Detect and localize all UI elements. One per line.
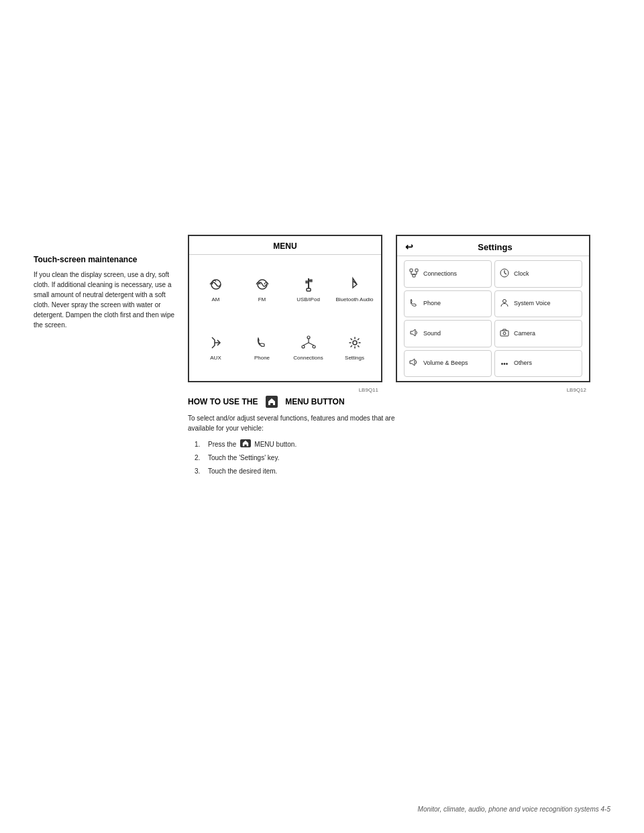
fm-icon xyxy=(250,275,274,294)
menu-item-usb[interactable]: USB/iPod xyxy=(287,262,329,316)
svg-rect-18 xyxy=(413,274,415,277)
settings-screen: ↩ Settings xyxy=(396,235,590,382)
svg-point-15 xyxy=(353,341,357,345)
maintenance-body: If you clean the display screen, use a d… xyxy=(34,270,181,330)
step-3: 3. Touch the desired item. xyxy=(195,465,396,478)
settings-phone[interactable]: Phone xyxy=(404,290,492,318)
settings-phone-icon xyxy=(409,298,419,309)
page: Touch-screen maintenance If you clean th… xyxy=(0,0,644,833)
settings-header: ↩ Settings xyxy=(397,236,589,256)
settings-clock-icon xyxy=(499,268,510,280)
settings-camera[interactable]: Camera xyxy=(494,320,582,347)
how-to-title-suffix: MENU BUTTON xyxy=(285,397,344,406)
phone-menu-label: Phone xyxy=(254,355,270,362)
step-2: 2. Touch the 'Settings' key. xyxy=(195,452,396,464)
settings-connections-label: Connections xyxy=(423,270,457,278)
menu-item-am[interactable]: AM xyxy=(195,262,237,316)
settings-volume-icon xyxy=(409,357,419,369)
how-to-title-prefix: HOW TO USE THE xyxy=(188,397,258,406)
menu-item-fm[interactable]: FM xyxy=(241,262,283,316)
svg-point-10 xyxy=(302,345,305,348)
usb-icon xyxy=(297,275,321,294)
svg-line-14 xyxy=(309,343,314,345)
settings-clock[interactable]: Clock xyxy=(494,260,582,288)
svg-point-9 xyxy=(307,336,310,339)
how-to-steps: 1. Press the MENU button. 2. Touch the '… xyxy=(188,439,396,478)
svg-line-25 xyxy=(504,273,506,274)
settings-connections[interactable]: Connections xyxy=(404,260,492,288)
settings-system-voice[interactable]: System Voice xyxy=(494,290,582,318)
step-1-num: 1. xyxy=(195,439,204,451)
settings-phone-label: Phone xyxy=(423,300,441,307)
step-2-text: Touch the 'Settings' key. xyxy=(208,452,279,464)
svg-point-28 xyxy=(503,332,506,335)
connections-icon xyxy=(297,333,321,352)
settings-icon xyxy=(343,333,367,352)
settings-camera-icon xyxy=(499,328,510,339)
step-3-num: 3. xyxy=(195,465,204,478)
settings-camera-label: Camera xyxy=(514,330,535,337)
menu-item-aux[interactable]: AUX xyxy=(195,320,237,374)
settings-volume-label: Volume & Beeps xyxy=(423,359,468,367)
settings-menu-label: Settings xyxy=(345,355,364,362)
settings-back-button[interactable]: ↩ xyxy=(405,241,413,252)
settings-grid: Connections Clock xyxy=(397,256,589,381)
svg-rect-27 xyxy=(500,331,508,336)
svg-point-26 xyxy=(503,300,506,303)
step-1-text: Press the MENU button. xyxy=(208,439,297,451)
menu-item-connections[interactable]: Connections xyxy=(287,320,329,374)
home-icon xyxy=(266,396,278,408)
settings-sound-icon xyxy=(409,328,419,339)
settings-others[interactable]: ••• Others xyxy=(494,350,582,378)
settings-volume-beeps[interactable]: Volume & Beeps xyxy=(404,350,492,378)
menu-item-phone[interactable]: Phone xyxy=(241,320,283,374)
settings-system-voice-label: System Voice xyxy=(514,300,551,307)
step-3-text: Touch the desired item. xyxy=(208,465,277,478)
settings-system-voice-icon xyxy=(499,298,510,309)
screens-area: MENU AM xyxy=(188,235,590,382)
menu-grid: AM FM xyxy=(189,255,381,381)
am-icon xyxy=(204,275,228,294)
how-to-title: HOW TO USE THE MENU BUTTON xyxy=(188,396,396,408)
settings-others-label: Others xyxy=(514,359,532,367)
am-label: AM xyxy=(212,296,220,303)
svg-point-11 xyxy=(313,345,315,348)
settings-connections-icon xyxy=(409,268,419,280)
footer-text: Monitor, climate, audio, phone and voice… xyxy=(418,806,610,813)
settings-others-icon: ••• xyxy=(499,359,510,368)
step-1: 1. Press the MENU button. xyxy=(195,439,396,451)
page-footer: Monitor, climate, audio, phone and voice… xyxy=(418,806,610,813)
aux-icon xyxy=(204,333,228,352)
how-to-body: To select and/or adjust several function… xyxy=(188,413,396,433)
how-to-section: HOW TO USE THE MENU BUTTON To select and… xyxy=(188,396,396,479)
menu-header: MENU xyxy=(189,236,381,255)
settings-sound-label: Sound xyxy=(423,330,441,337)
settings-screen-label: LB9Q12 xyxy=(567,387,586,393)
menu-screen-label: LB9Q11 xyxy=(359,387,378,393)
connections-menu-label: Connections xyxy=(293,355,323,362)
menu-item-settings[interactable]: Settings xyxy=(333,320,376,374)
settings-sound[interactable]: Sound xyxy=(404,320,492,347)
fm-label: FM xyxy=(258,296,266,303)
aux-label: AUX xyxy=(210,355,221,362)
svg-line-13 xyxy=(303,343,309,345)
step-2-num: 2. xyxy=(195,452,204,464)
menu-screen: MENU AM xyxy=(188,235,382,382)
svg-rect-16 xyxy=(410,269,413,272)
settings-clock-label: Clock xyxy=(514,270,529,278)
bluetooth-label: Bluetooth Audio xyxy=(335,296,373,303)
usb-label: USB/iPod xyxy=(297,296,320,303)
menu-item-bluetooth[interactable]: Bluetooth Audio xyxy=(333,262,376,316)
phone-icon xyxy=(250,333,274,352)
settings-title: Settings xyxy=(419,242,581,252)
left-section: Touch-screen maintenance If you clean th… xyxy=(34,255,181,330)
maintenance-title: Touch-screen maintenance xyxy=(34,255,181,264)
svg-rect-3 xyxy=(307,288,311,291)
bluetooth-icon xyxy=(343,275,367,294)
svg-rect-17 xyxy=(415,269,418,272)
